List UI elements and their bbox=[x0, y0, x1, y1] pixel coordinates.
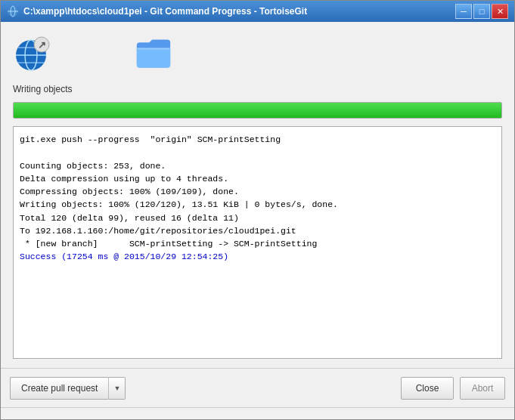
create-pull-request-group: Create pull request ▼ bbox=[10, 377, 126, 400]
log-text: git.exe push --progress "origin" SCM-pri… bbox=[20, 134, 338, 249]
footer: Create pull request ▼ Close Abort bbox=[1, 368, 514, 407]
minimize-button[interactable]: ─ bbox=[455, 4, 472, 19]
log-success: Success (17254 ms @ 2015/10/29 12:54:25) bbox=[20, 252, 228, 261]
globe-icon: ↗ bbox=[13, 34, 52, 73]
title-bar-text: C:\xampp\htdocs\cloud1pei - Git Command … bbox=[23, 6, 307, 17]
close-title-button[interactable]: ✕ bbox=[492, 4, 508, 19]
footer-right: Close Abort bbox=[401, 377, 505, 400]
dropdown-arrow-icon: ▼ bbox=[113, 384, 120, 392]
footer-left: Create pull request ▼ bbox=[10, 377, 126, 400]
title-bar: C:\xampp\htdocs\cloud1pei - Git Command … bbox=[1, 1, 514, 22]
title-bar-left: C:\xampp\htdocs\cloud1pei - Git Command … bbox=[7, 5, 307, 17]
title-bar-icon bbox=[7, 5, 19, 17]
main-window: C:\xampp\htdocs\cloud1pei - Git Command … bbox=[0, 0, 515, 420]
icons-row: ↗ bbox=[13, 31, 502, 76]
title-bar-buttons: ─ □ ✕ bbox=[455, 4, 508, 19]
close-button[interactable]: Close bbox=[401, 377, 454, 400]
status-bar bbox=[1, 407, 514, 419]
folder-icon bbox=[135, 37, 172, 70]
content-area: ↗ Writing objects git.exe push --progres… bbox=[1, 22, 514, 368]
progress-bar-container bbox=[13, 102, 502, 119]
log-area[interactable]: git.exe push --progress "origin" SCM-pri… bbox=[13, 126, 502, 359]
abort-button[interactable]: Abort bbox=[460, 377, 505, 400]
progress-bar-fill bbox=[14, 103, 501, 118]
create-pull-request-dropdown[interactable]: ▼ bbox=[108, 377, 126, 400]
maximize-button[interactable]: □ bbox=[473, 4, 490, 19]
svg-text:↗: ↗ bbox=[38, 39, 46, 51]
status-label: Writing objects bbox=[13, 84, 502, 94]
create-pull-request-button[interactable]: Create pull request bbox=[10, 377, 108, 400]
